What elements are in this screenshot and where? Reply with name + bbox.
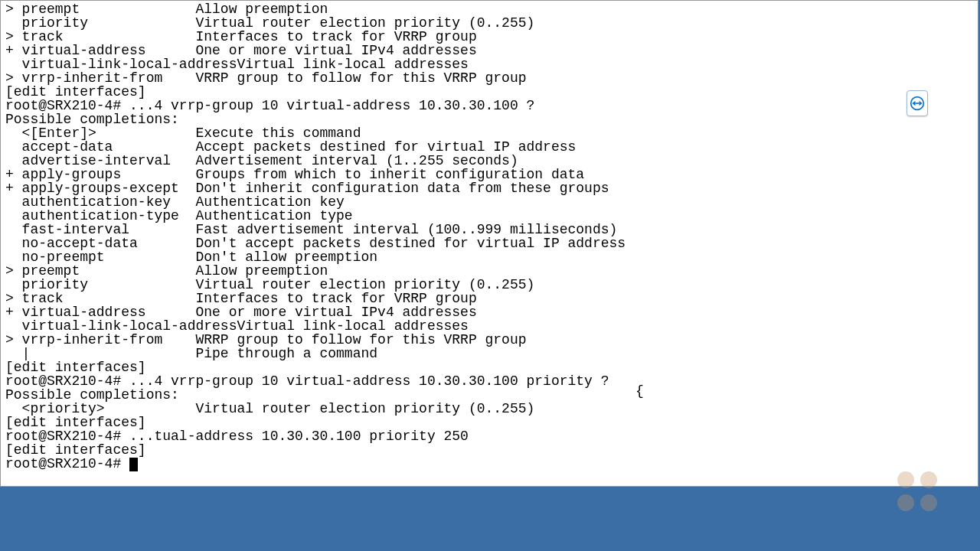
terminal-line: advertise-interval Advertisement interva… [5, 154, 973, 168]
terminal-window[interactable]: > preempt Allow preemption priority Virt… [0, 0, 978, 487]
terminal-line: + virtual-address One or more virtual IP… [5, 44, 973, 57]
watermark-dots-icon [897, 471, 943, 511]
terminal-line: Possible completions: [5, 388, 973, 402]
terminal-line: root@SRX210-4# ...4 vrrp-group 10 virtua… [5, 374, 973, 388]
terminal-line: fast-interval Fast advertisement interva… [5, 223, 973, 236]
terminal-line: <priority> Virtual router election prior… [5, 402, 973, 416]
terminal-line: | Pipe through a command [5, 347, 973, 360]
terminal-line: > track Interfaces to track for VRRP gro… [5, 292, 973, 305]
terminal-line: > preempt Allow preemption [5, 264, 973, 278]
terminal-line: + apply-groups-except Don't inherit conf… [5, 181, 973, 195]
terminal-line: [edit interfaces] [5, 85, 973, 99]
svg-rect-3 [916, 103, 920, 104]
cursor-block-icon [129, 458, 138, 471]
terminal-line: <[Enter]> Execute this command [5, 126, 973, 140]
terminal-line: root@SRX210-4# ...tual-address 10.30.30.… [5, 429, 973, 443]
terminal-line: authentication-type Authentication type [5, 209, 973, 223]
terminal-line: priority Virtual router election priorit… [5, 16, 973, 30]
terminal-line: > preempt Allow preemption [5, 2, 973, 16]
prompt-text: root@SRX210-4# [5, 456, 129, 471]
terminal-line: root@SRX210-4# ...4 vrrp-group 10 virtua… [5, 99, 973, 112]
terminal-line: no-preempt Don't allow preemption [5, 250, 973, 264]
svg-marker-1 [912, 101, 915, 106]
text-caret-mark: { [635, 383, 644, 399]
terminal-line: > vrrp-inherit-from WRRP group to follow… [5, 333, 973, 347]
terminal-line: virtual-link-local-addressVirtual link-l… [5, 57, 973, 71]
terminal-line: [edit interfaces] [5, 416, 973, 429]
terminal-line: priority Virtual router election priorit… [5, 278, 973, 292]
svg-marker-2 [920, 101, 923, 106]
terminal-prompt[interactable]: root@SRX210-4# [5, 457, 973, 471]
terminal-line: [edit interfaces] [5, 360, 973, 374]
terminal-line: [edit interfaces] [5, 443, 973, 457]
terminal-output[interactable]: > preempt Allow preemption priority Virt… [1, 1, 978, 473]
terminal-line: no-accept-data Don't accept packets dest… [5, 236, 973, 250]
terminal-line: > vrrp-inherit-from VRRP group to follow… [5, 71, 973, 85]
terminal-line: + virtual-address One or more virtual IP… [5, 305, 973, 319]
terminal-line: > track Interfaces to track for VRRP gro… [5, 30, 973, 44]
terminal-line: accept-data Accept packets destined for … [5, 140, 973, 154]
terminal-line: + apply-groups Groups from which to inhe… [5, 168, 973, 181]
teamviewer-badge-icon[interactable] [906, 90, 928, 116]
terminal-line: Possible completions: [5, 112, 973, 126]
terminal-line: authentication-key Authentication key [5, 195, 973, 209]
terminal-line: virtual-link-local-addressVirtual link-l… [5, 319, 973, 333]
